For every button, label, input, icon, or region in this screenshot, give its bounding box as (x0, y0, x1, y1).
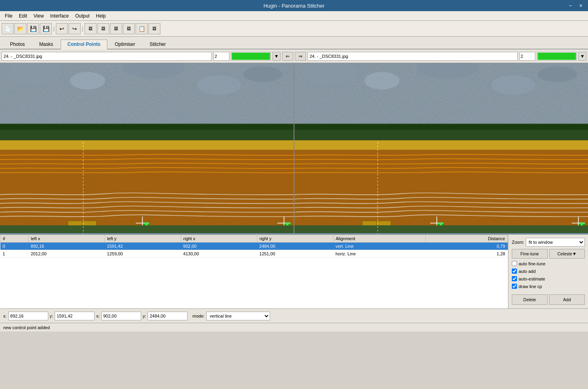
toolbar: 📄 📂 💾 💾 | ↩ ↪ | 🖼 🖼 🖼 🖼 📋 🖼 (0, 21, 588, 37)
col-lefty: left y (105, 235, 181, 243)
save-button[interactable]: 💾 (27, 23, 39, 34)
svg-rect-32 (0, 233, 294, 234)
menu-edit[interactable]: Edit (16, 12, 30, 20)
minimize-button[interactable]: − (566, 2, 574, 9)
col-leftx: left x (28, 235, 105, 243)
delete-button[interactable]: Delete (512, 294, 548, 305)
svg-rect-43 (294, 140, 588, 150)
svg-point-39 (491, 75, 535, 95)
table-row[interactable]: 1 2012,00 1259,00 4130,00 1251,00 horiz.… (0, 250, 508, 258)
cell-align: horiz. Line (333, 250, 426, 258)
right-image-panel[interactable]: 0 0 0 0 (294, 63, 588, 234)
redo-button[interactable]: ↪ (69, 23, 81, 34)
menu-interface[interactable]: Interface (47, 12, 72, 20)
control-points-table-container[interactable]: # left x left y right x right y Alignmen… (0, 235, 508, 308)
tab-optimiser[interactable]: Optimiser (108, 39, 142, 49)
titlebar: Hugin - Panorama Stitcher − × (0, 0, 588, 11)
cell-dist: 0,79 (426, 243, 508, 250)
svg-point-6 (197, 75, 241, 95)
delete-add-row: Delete Add (512, 294, 585, 305)
right-dropdown-arrow[interactable]: ▼ (578, 52, 586, 61)
menubar: File Edit View Interface Output Help (0, 11, 588, 21)
cell-num: 1 (0, 250, 29, 258)
close-button[interactable]: × (577, 2, 585, 9)
table-header-row: # left x left y right x right y Alignmen… (0, 235, 508, 243)
auto-fine-tune-row: auto fine-tune (512, 261, 585, 266)
svg-rect-9 (0, 124, 294, 130)
tab-stitcher[interactable]: Stitcher (143, 39, 173, 49)
auto-fine-tune-checkbox[interactable] (512, 261, 517, 266)
auto-estimate-checkbox[interactable] (512, 276, 517, 281)
celeste-button[interactable]: Celeste▼ (549, 249, 585, 259)
right-image-name: 24. - _DSC8331.jpg (308, 52, 518, 61)
auto-add-checkbox[interactable] (512, 269, 517, 274)
right-image-selector: 24. - _DSC8331.jpg 2 ▼ (308, 52, 586, 61)
cell-dist: 1,28 (426, 250, 508, 258)
cell-rx: 902,00 (181, 243, 257, 250)
left-dropdown-arrow[interactable]: ▼ (272, 52, 280, 61)
svg-point-40 (538, 66, 577, 82)
toolbar-separator-2: | (81, 23, 84, 34)
add-button[interactable]: Add (549, 294, 585, 305)
svg-point-4 (70, 72, 105, 89)
zoom-select[interactable]: fit to window 25% 50% 75% 100% 150% 200% (526, 238, 585, 247)
undo-button[interactable]: ↩ (56, 23, 68, 34)
mode-select[interactable]: vertical line horizontal line normal (206, 312, 270, 320)
menu-view[interactable]: View (30, 12, 47, 20)
col-rightx: right x (181, 235, 257, 243)
right-image-number: 2 (519, 52, 535, 61)
tab-control-points[interactable]: Control Points (61, 39, 107, 49)
open-button[interactable]: 📂 (14, 23, 26, 34)
col-num: # (0, 235, 29, 243)
tab-photos[interactable]: Photos (3, 39, 32, 49)
auto-fine-tune-label: auto fine-tune (519, 261, 545, 266)
right-controls-panel: Zoom: fit to window 25% 50% 75% 100% 150… (508, 235, 588, 308)
coordinate-bar: x: y: x: y: mode: vertical line horizont… (0, 308, 588, 323)
stitch-button[interactable]: 🖼 (110, 23, 122, 34)
col-distance: Distance (426, 235, 508, 243)
draw-line-cp-row: draw line cp (512, 284, 585, 289)
save-as-button[interactable]: 💾 (40, 23, 52, 34)
nav-left-button[interactable]: ⇐ (282, 52, 293, 61)
right-progress-bar (537, 52, 577, 61)
svg-point-37 (365, 72, 400, 89)
y-left-input[interactable] (55, 312, 95, 320)
new-button[interactable]: 📄 (2, 23, 14, 34)
titlebar-controls: − × (566, 2, 585, 9)
y-right-label: y: (143, 314, 146, 318)
image-area: 0 0 0 0 (0, 63, 588, 235)
import-button[interactable]: 🖼 (85, 23, 97, 34)
preview-button[interactable]: 🖼 (148, 23, 160, 34)
right-green-bar (538, 53, 576, 60)
left-image-selector: 24. - _DSC8331.jpg 2 ▼ (2, 52, 280, 61)
draw-line-cp-checkbox[interactable] (512, 284, 517, 289)
left-green-bar (232, 53, 270, 60)
nav-right-button[interactable]: ⇒ (295, 52, 306, 61)
add-image-button[interactable]: 🖼 (97, 23, 109, 34)
list-button[interactable]: 📋 (136, 23, 148, 34)
menu-output[interactable]: Output (72, 12, 93, 20)
svg-rect-42 (294, 124, 588, 130)
x-right-label: x: (96, 314, 100, 318)
x-left-input[interactable] (8, 312, 48, 320)
auto-estimate-row: auto-estimate (512, 276, 585, 281)
table-row[interactable]: 0 892,16 1591,42 902,00 2484,00 vert. Li… (0, 243, 508, 250)
auto-estimate-label: auto-estimate (519, 276, 545, 281)
menu-file[interactable]: File (2, 12, 16, 20)
y-right-input[interactable] (148, 312, 187, 320)
menu-help[interactable]: Help (93, 12, 109, 20)
fine-tune-button[interactable]: Fine-tune (512, 249, 548, 259)
cell-num: 0 (0, 243, 29, 250)
cell-ly: 1259,00 (105, 250, 181, 258)
statusbar: new control point added (0, 323, 588, 332)
left-image-panel[interactable]: 0 0 0 0 (0, 63, 294, 234)
control-points-table: # left x left y right x right y Alignmen… (0, 235, 508, 258)
data-area: # left x left y right x right y Alignmen… (0, 235, 588, 308)
left-image-name: 24. - _DSC8331.jpg (2, 52, 212, 61)
x-right-input[interactable] (101, 312, 141, 320)
tab-masks[interactable]: Masks (32, 39, 60, 49)
cell-rx: 4130,00 (181, 250, 257, 258)
stitch2-button[interactable]: 🖼 (123, 23, 135, 34)
finetune-celeste-row: Fine-tune Celeste▼ (512, 249, 585, 259)
col-righty: right y (257, 235, 333, 243)
